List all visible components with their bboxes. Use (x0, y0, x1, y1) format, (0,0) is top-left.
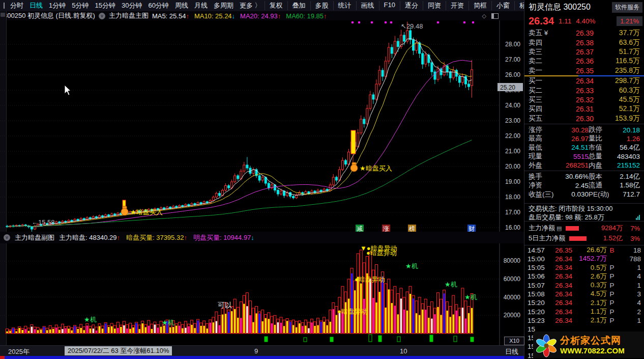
menu-tool-6[interactable]: 逐分 (400, 1, 423, 10)
window-layout-icon[interactable] (4, 3, 5, 9)
industry-badge[interactable]: 软件服务 (612, 2, 642, 13)
candle (403, 35, 405, 41)
volume-axis-label: 60000 (504, 275, 521, 283)
subchart-dropdown-icon[interactable]: v (4, 234, 10, 241)
candle (243, 165, 245, 171)
tick-row-1[interactable]: 15:0026.341452.7万788 (524, 254, 644, 263)
menu-tool-3[interactable]: 统计 (333, 1, 356, 10)
buy-signal-label: ★暗盘买入 (360, 164, 392, 172)
menu-item-7[interactable]: 周线 (172, 1, 191, 10)
bottom-badge[interactable]: 涨 (383, 225, 389, 232)
sell-level-row-4[interactable]: 卖一26.35235.8万 (524, 66, 644, 75)
fund-flow-row-0: 主力净额▤9284万7% (529, 223, 640, 233)
strip-mark (1, 13, 5, 17)
tick-row-4[interactable]: 15:0726.340.3万P1 (524, 281, 644, 289)
last-price: 26.34 (529, 15, 554, 27)
candle (471, 70, 473, 86)
candle (394, 41, 396, 53)
volume-axis-label: 80000 (504, 257, 521, 264)
stats-row-1: 最高26.97量比1.26 (524, 134, 644, 143)
price-axis-label: 19.00 (505, 178, 520, 185)
candle (234, 176, 236, 182)
menu-tool-0[interactable]: 复权 (265, 1, 287, 10)
candle (425, 55, 427, 64)
candle (449, 72, 451, 78)
buy-level-row-0[interactable]: 买一26.34298.7万 (524, 76, 644, 86)
bottom-badge[interactable]: 财 (469, 225, 475, 232)
candle (268, 183, 270, 188)
candle (385, 61, 387, 76)
menu-tool-4[interactable]: 画线 (356, 1, 379, 10)
bottom-badge[interactable]: 榜 (408, 225, 415, 232)
candle (206, 202, 208, 203)
indicator-value-1: MA10: 25.24↓ (194, 12, 235, 20)
buy-level-row-1[interactable]: 买二26.3360.3万 (524, 86, 644, 95)
date-info-box: 2025/07/22/二 63 至今涨幅61.10% (65, 346, 172, 355)
tick-row-2[interactable]: 15:0526.340.5万P1 (524, 263, 644, 272)
menu-item-10[interactable]: 更多 〉 (237, 1, 265, 10)
stats-row-3: 现量5515总量483403 (524, 152, 644, 160)
menu-item-0[interactable]: 分时 (7, 1, 26, 10)
menu-tool-5[interactable]: F10 (379, 1, 400, 10)
tick-row-8[interactable]: 15:2326.342.1万P1 (524, 316, 644, 324)
mouse-cursor (64, 85, 72, 97)
menu-tool-8[interactable]: 开资 (446, 1, 469, 10)
sidebar-stock-header: 初灵信息 300250 软件服务 (524, 0, 644, 14)
ma-line-0 (7, 39, 472, 227)
sell-level-row-1[interactable]: 卖四26.3863.6万 (524, 38, 644, 47)
list-icon[interactable]: ▤ (557, 225, 562, 232)
menu-tool-10[interactable]: 小窗 (491, 1, 514, 10)
indicator-value-1: 暗盘买量: 37395.32↑ (126, 233, 187, 242)
x-axis-bar[interactable]: 2025年 2025/07/22/二 63 至今涨幅61.10% 日线 910 (0, 345, 524, 356)
candle (258, 176, 260, 180)
stats-row-5: 换手30.66%股本2.14亿 (524, 172, 644, 181)
logo-site-url: WWW.70822.COM (560, 346, 625, 355)
candle (366, 108, 368, 124)
split-window-icon[interactable] (491, 13, 499, 19)
ma-line-2 (7, 60, 472, 227)
buy-level-row-4[interactable]: 买五26.30153.9万 (524, 114, 644, 123)
menu-tool-9[interactable]: 简框 (469, 1, 491, 10)
buy-level-row-3[interactable]: 买四26.3152.1万 (524, 104, 644, 114)
candle (369, 95, 371, 108)
menu-tool-1[interactable]: 叠加 (287, 1, 310, 10)
tick-row-6[interactable]: 15:2026.342.1万P4 (524, 298, 644, 307)
menu-tool-7[interactable]: 同资 (423, 1, 446, 10)
sell-level-row-0[interactable]: 卖五 ¥26.3937.7万 (524, 29, 644, 38)
trade-status-panel: 交易状态: 闭市阶段 15:30:00 盘后交易量: 98 额: 25.8万 (524, 203, 644, 222)
bar-chart-icon[interactable] (636, 215, 640, 220)
formula-site-watermark[interactable]: 分析家公式网 WWW.70822.COM (533, 332, 644, 358)
candle (434, 72, 436, 79)
menu-tool-2[interactable]: 多股 (310, 1, 333, 10)
tick-row-0[interactable]: 14:5726.3526.6万B18 (524, 245, 644, 254)
main-chart-canvas[interactable]: 28.0027.0026.0025.0024.0023.0022.0021.00… (0, 20, 524, 232)
period-menu-group: 分时日线1分钟5分钟15分钟30分钟60分钟周线月线多周期更多 〉 (7, 1, 265, 10)
sub-chart-canvas[interactable]: 80000600004000020000▼●暗盘异动●暗盘异动●暗盘异动●暗盘异… (0, 243, 524, 345)
menu-item-4[interactable]: 15分钟 (92, 1, 118, 10)
menu-item-8[interactable]: 月线 (191, 1, 211, 10)
opportunity-label: ★机 (445, 281, 457, 288)
resize-handle[interactable] (0, 356, 5, 359)
candle (363, 119, 365, 124)
menu-item-1[interactable]: 日线 (26, 1, 46, 10)
sell-level-row-3[interactable]: 卖二26.36116.5万 (524, 57, 644, 66)
tick-row-7[interactable]: 15:2026.341.1万P2 (524, 307, 644, 316)
candle (292, 197, 295, 198)
indicator-dropdown-icon[interactable]: v (99, 13, 105, 19)
menu-item-3[interactable]: 5分钟 (69, 1, 92, 10)
bottom-badge[interactable]: 减 (357, 225, 363, 232)
tick-row-5[interactable]: 15:0826.344.5万P3 (524, 289, 644, 298)
buy-level-row-2[interactable]: 买三26.3245.5万 (524, 95, 644, 104)
diamond-icon[interactable]: ◇ (482, 13, 486, 19)
menu-item-9[interactable]: 多周期 (211, 1, 237, 10)
menu-item-6[interactable]: 60分钟 (145, 1, 171, 10)
stats-divider (524, 171, 644, 171)
candle (182, 206, 184, 207)
menu-item-2[interactable]: 1分钟 (46, 1, 69, 10)
anomaly-label: ●暗盘异动 (366, 249, 397, 257)
buy-signal-label: ★暗盘买入 (130, 208, 163, 216)
tick-row-3[interactable]: 15:0626.342.6万P4 (524, 272, 644, 281)
sell-level-row-2[interactable]: 卖三26.3751.7万 (524, 47, 644, 57)
candle (332, 177, 334, 185)
menu-item-5[interactable]: 30分钟 (119, 1, 145, 10)
